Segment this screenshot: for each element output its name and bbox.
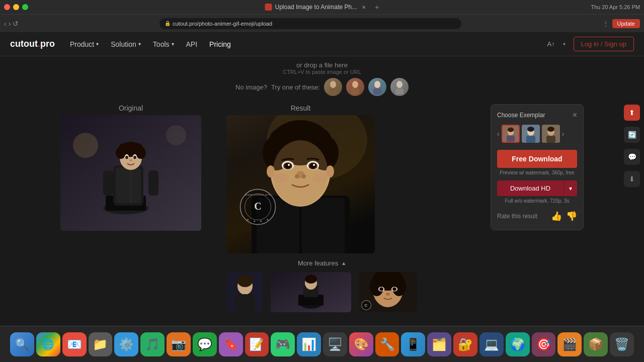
dock-icon-app14[interactable]: 🔧 (375, 332, 399, 356)
bottom-thumb-large-1[interactable] (271, 272, 351, 312)
forward-btn[interactable]: › (9, 20, 11, 28)
nav-item-api[interactable]: API (186, 40, 198, 48)
dock-icon-app6[interactable]: 📷 (167, 332, 191, 356)
tab-close-btn[interactable]: ✕ (362, 5, 366, 10)
nav-item-solution[interactable]: Solution ▾ (111, 40, 141, 48)
bottom-thumbnails: C (227, 272, 417, 312)
nav-buttons: ‹ › ↺ (4, 20, 19, 28)
product-dropdown-icon: ▾ (96, 41, 99, 47)
sidebar-icon-3[interactable]: 💬 (624, 149, 640, 165)
dock-icon-app16[interactable]: 🗂️ (427, 332, 451, 356)
dock-icon-trash[interactable]: 🗑️ (610, 332, 634, 356)
update-button[interactable]: Update (612, 19, 640, 28)
address-bar[interactable]: 🔒 cutout.pro/photo-animer-gif-emoji/uplo… (159, 18, 461, 29)
back-btn[interactable]: ‹ (4, 20, 7, 28)
svg-point-56 (273, 173, 288, 183)
svg-point-88 (305, 275, 317, 284)
sidebar-icon-1[interactable]: ⬆ (624, 105, 640, 121)
dock-icon-app7[interactable]: 💬 (193, 332, 217, 356)
svg-rect-73 (526, 136, 535, 143)
refresh-btn[interactable]: ↺ (13, 20, 19, 28)
dock-icon-finder[interactable]: 🔍 (10, 332, 34, 356)
panels-row: Original (60, 104, 584, 253)
sample-img-1[interactable] (324, 78, 342, 96)
dock-icon-app9b[interactable]: 📝 (245, 332, 269, 356)
download-hd-btn[interactable]: Download HD (497, 180, 564, 196)
svg-point-10 (166, 125, 186, 145)
svg-point-98 (386, 293, 390, 296)
browser-toolbar: ‹ › ↺ 🔒 cutout.pro/photo-animer-gif-emoj… (0, 14, 644, 32)
bottom-thumb-med-1[interactable]: C (359, 272, 417, 312)
nav-item-tools[interactable]: Tools ▾ (153, 40, 174, 48)
dock-icon-app3[interactable]: 📁 (89, 332, 113, 356)
svg-rect-28 (148, 170, 158, 196)
maximize-window-btn[interactable] (22, 4, 28, 10)
language-icon[interactable]: A↑ (547, 40, 554, 48)
svg-point-26 (130, 159, 132, 161)
login-signup-btn[interactable]: Log in / Sign up (574, 37, 634, 51)
right-sidebar: ⬆ 🔄 💬 ⬇ (620, 101, 644, 191)
svg-text:★: ★ (253, 220, 256, 223)
exemplar-thumb-1[interactable] (502, 125, 520, 143)
dock-icon-app11[interactable]: 📊 (297, 332, 321, 356)
nav-tools-label: Tools (153, 40, 170, 48)
login-signup-label: Log in / Sign up (581, 40, 626, 48)
dock-icon-app12[interactable]: 🖥️ (323, 332, 347, 356)
dock-icon-app22[interactable]: 📦 (584, 332, 608, 356)
dock-icon-app8[interactable]: 🔖 (219, 332, 243, 356)
sidebar-icon-2[interactable]: 🔄 (624, 127, 640, 143)
more-features-row[interactable]: More features ▲ (298, 259, 346, 267)
download-hd-dropdown-btn[interactable]: ▾ (564, 180, 577, 196)
nav-links: Product ▾ Solution ▾ Tools ▾ API Pricing (70, 40, 231, 48)
dock-icon-email[interactable]: 📧 (62, 332, 87, 356)
result-label: Result (291, 104, 311, 112)
dock-icon-app5[interactable]: 🎵 (140, 332, 165, 356)
download-hd-wrapper: Download HD ▾ (497, 180, 577, 196)
exemplar-thumbnails: ‹ › (497, 125, 577, 143)
dock-icon-app17[interactable]: 🔐 (453, 332, 477, 356)
exemplar-next-btn[interactable]: › (562, 130, 565, 138)
titlebar-right: Thu 20 Apr 5:26 PM (591, 4, 640, 10)
bottom-thumb-small-1[interactable] (227, 272, 263, 312)
exemplar-close-btn[interactable]: × (573, 111, 577, 120)
svg-point-57 (312, 173, 328, 183)
close-window-btn[interactable] (4, 4, 10, 10)
exemplar-thumb-2[interactable] (522, 125, 540, 143)
sample-img-4[interactable] (390, 78, 409, 96)
dock-icon-app13[interactable]: 🎨 (349, 332, 373, 356)
dock-icon-app4[interactable]: ⚙️ (114, 332, 138, 356)
nav-pricing-label: Pricing (209, 40, 231, 48)
dock-icon-app19[interactable]: 🌍 (506, 332, 530, 356)
dock-icon-app20[interactable]: 🎯 (532, 332, 556, 356)
upload-hint: or drop a file here CTRL+V to paste imag… (283, 61, 361, 75)
more-features-label: More features (298, 259, 338, 267)
bottom-watermark: C (361, 300, 371, 310)
dock-icon-app21[interactable]: 🎬 (557, 332, 582, 356)
result-image: C www.cutout.pro ★ ★ ★ ★ (226, 115, 375, 253)
exemplar-prev-btn[interactable]: ‹ (497, 130, 500, 138)
exemplar-title: Choose Exemplar (497, 112, 545, 119)
result-panel: Result (226, 104, 375, 253)
dock-icon-app18[interactable]: 💻 (479, 332, 504, 356)
dock-icon-chrome[interactable]: 🌐 (36, 332, 60, 356)
svg-text:www.cutout.pro: www.cutout.pro (245, 193, 271, 196)
extensions-icon[interactable]: ⋮ (602, 20, 609, 28)
thumbs-up-icon[interactable]: 👍 (551, 211, 562, 222)
dock-icon-app15[interactable]: 📱 (401, 332, 425, 356)
sample-img-2[interactable] (346, 78, 364, 96)
svg-point-52 (295, 174, 299, 178)
thumbs-down-icon[interactable]: 👎 (566, 211, 577, 222)
dock-icon-app10[interactable]: 🎮 (271, 332, 295, 356)
free-download-btn[interactable]: Free Download (497, 150, 577, 168)
minimize-window-btn[interactable] (13, 4, 19, 10)
svg-text:★: ★ (260, 220, 262, 223)
exemplar-thumb-3[interactable] (542, 125, 560, 143)
solution-dropdown-icon: ▾ (138, 41, 141, 47)
rate-label: Rate this result (497, 213, 537, 220)
address-text: cutout.pro/photo-animer-gif-emoji/upload (173, 21, 272, 27)
sidebar-icon-4[interactable]: ⬇ (624, 171, 640, 187)
sample-img-3[interactable] (368, 78, 386, 96)
nav-item-product[interactable]: Product ▾ (70, 40, 99, 48)
new-tab-btn[interactable]: + (375, 3, 379, 11)
nav-item-pricing[interactable]: Pricing (209, 40, 231, 48)
